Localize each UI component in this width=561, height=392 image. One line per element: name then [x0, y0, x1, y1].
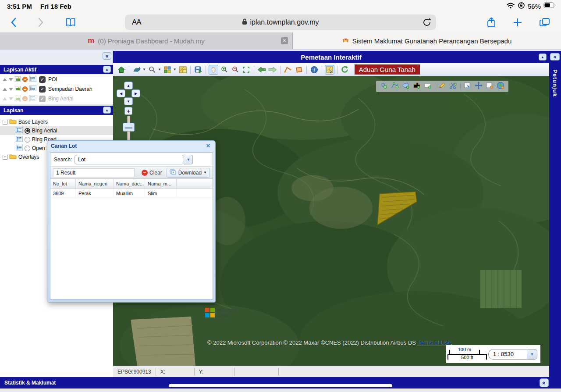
draw-line-icon[interactable]: [391, 82, 399, 91]
home-icon[interactable]: [117, 65, 126, 75]
dialog-header[interactable]: Carian Lot ✕: [47, 141, 215, 151]
search-input[interactable]: Lot: [75, 155, 184, 164]
tabs-overview-icon[interactable]: [538, 16, 551, 29]
identify-icon[interactable]: [325, 65, 334, 75]
refresh-icon[interactable]: [340, 65, 350, 75]
pan-right-button[interactable]: ▶: [131, 89, 140, 97]
col-nama-daerah[interactable]: Nama_dae...: [114, 179, 145, 188]
grid-header[interactable]: No_lot Nama_negeri Nama_dae... Nama_m...: [50, 179, 213, 189]
layer-settings-icon[interactable]: [16, 136, 23, 143]
layer-row-poi[interactable]: ✓ POI: [0, 75, 113, 84]
table-row[interactable]: 3609 Perak Muallim Slim: [50, 189, 213, 198]
carian-lot-dialog[interactable]: Carian Lot ✕ Search: Lot ▼ 1 Result − Cl…: [47, 140, 216, 303]
draw-point-icon[interactable]: [380, 82, 388, 91]
move-layer-down-icon[interactable]: [9, 88, 13, 91]
new-tab-icon[interactable]: [511, 16, 524, 29]
previous-extent-icon[interactable]: [257, 65, 266, 75]
petunjuk-side-tab[interactable]: « Petunjuk: [549, 51, 561, 378]
tree-item-bing-aerial[interactable]: Bing Aerial: [0, 126, 113, 135]
col-nama-mukim[interactable]: Nama_m...: [145, 179, 177, 188]
layer-image-icon[interactable]: [15, 75, 21, 83]
legend-menu-icon[interactable]: [163, 65, 172, 75]
pan-hand-icon[interactable]: [209, 65, 218, 75]
url-bar[interactable]: AA iplan.townplan.gov.my: [125, 14, 436, 30]
aduan-guna-tanah-button[interactable]: Aduan Guna Tanah: [355, 64, 420, 75]
home-indicator[interactable]: [169, 384, 392, 387]
scale-dropdown-icon[interactable]: ▼: [527, 349, 537, 360]
layer-row-sempadan[interactable]: ✓ Sempadan Daerah: [0, 85, 113, 93]
zoom-in-icon[interactable]: [220, 65, 229, 75]
layer-settings-icon[interactable]: [29, 95, 36, 103]
layer-image-icon[interactable]: [15, 85, 21, 93]
move-layer-down-icon[interactable]: [9, 78, 13, 81]
zoom-tools-icon[interactable]: [147, 65, 157, 75]
active-layers-header[interactable]: Lapisan Aktif ▲: [0, 65, 113, 74]
export-shape-icon[interactable]: [486, 82, 494, 91]
back-button[interactable]: [7, 16, 20, 29]
move-layer-up-icon[interactable]: [3, 97, 7, 100]
zoom-slider-handle[interactable]: [123, 123, 135, 132]
tab-proniaga[interactable]: m (0) Proniaga Dashboard - Mudah.my ✕: [0, 32, 293, 49]
pan-left-button[interactable]: ◀: [117, 89, 125, 97]
layer-settings-icon[interactable]: [16, 127, 23, 134]
pan-down-button[interactable]: ▼: [124, 97, 133, 105]
layer-settings-icon[interactable]: [29, 85, 36, 93]
zoom-in-button[interactable]: +: [124, 107, 132, 115]
layer-settings-icon[interactable]: [29, 75, 36, 83]
layer-checkbox[interactable]: ✓: [39, 86, 46, 93]
remove-layer-icon[interactable]: [22, 77, 28, 82]
layers-header[interactable]: Lapisan ▲: [0, 106, 113, 115]
layer-checkbox[interactable]: ✓: [39, 76, 46, 83]
forward-button[interactable]: [34, 16, 47, 29]
expand-statistik-icon[interactable]: «: [540, 378, 549, 387]
remove-layer-icon[interactable]: [22, 96, 28, 101]
collapse-map-panel-icon[interactable]: ▲: [539, 53, 547, 61]
measure-area-icon[interactable]: [294, 65, 304, 75]
zoom-out-icon[interactable]: [231, 65, 240, 75]
expand-node-icon[interactable]: +: [3, 155, 7, 160]
move-layer-up-icon[interactable]: [3, 78, 7, 81]
reload-button[interactable]: [422, 17, 432, 29]
measure-length-icon[interactable]: [283, 65, 293, 75]
cut-scissors-icon[interactable]: [449, 82, 457, 91]
collapse-node-icon[interactable]: −: [3, 120, 7, 125]
move-layer-down-icon[interactable]: [9, 97, 13, 100]
collapse-panel-icon[interactable]: ▲: [103, 66, 111, 73]
layer-settings-icon[interactable]: [16, 145, 23, 152]
bookmarks-icon[interactable]: [64, 16, 77, 29]
share-icon[interactable]: [485, 16, 498, 29]
search-dropdown-icon[interactable]: ▼: [184, 155, 193, 164]
save-session-icon[interactable]: [193, 65, 203, 75]
close-tab-icon[interactable]: ✕: [281, 37, 288, 44]
tab-iplan[interactable]: Sistem Maklumat Gunatanah Perancangan Be…: [293, 32, 561, 49]
draw-label-icon[interactable]: [424, 82, 432, 91]
next-extent-icon[interactable]: [268, 65, 277, 75]
zoom-full-extent-icon[interactable]: [241, 65, 251, 75]
layer-image-icon[interactable]: [15, 95, 21, 103]
close-dialog-icon[interactable]: ✕: [205, 143, 212, 150]
remove-layer-icon[interactable]: [22, 86, 28, 92]
basemap-radio[interactable]: [25, 137, 30, 143]
globe-icon[interactable]: [497, 82, 504, 91]
basemap-radio[interactable]: [25, 128, 30, 134]
scale-combo[interactable]: 1 : 8530 ▼: [488, 349, 537, 360]
collapse-panel-icon[interactable]: ▲: [103, 107, 111, 114]
layer-row-bing-aerial[interactable]: ✓ Bing Aerial: [0, 94, 113, 103]
pan-up-button[interactable]: ▲: [124, 82, 133, 89]
collapse-petunjuk-button[interactable]: «: [550, 53, 560, 61]
draw-polygon-icon[interactable]: [402, 82, 410, 91]
col-nama-negeri[interactable]: Nama_negeri: [76, 179, 114, 188]
col-no-lot[interactable]: No_lot: [50, 179, 76, 188]
draw-rectangle-icon[interactable]: [413, 82, 421, 91]
edit-pencil-icon[interactable]: [438, 82, 446, 91]
clear-button[interactable]: − Clear: [142, 170, 162, 176]
basemap-radio[interactable]: [25, 146, 30, 151]
select-box-icon[interactable]: [464, 82, 472, 91]
tree-node-base-layers[interactable]: − Base Layers: [0, 118, 113, 126]
collapse-sidebar-button[interactable]: «: [103, 52, 111, 60]
basemap-menu-icon[interactable]: [132, 65, 142, 75]
download-button[interactable]: Download ▼: [167, 168, 210, 178]
scale-value[interactable]: 1 : 8530: [488, 349, 527, 360]
move-layer-up-icon[interactable]: [3, 88, 7, 91]
move-icon[interactable]: [475, 82, 483, 91]
